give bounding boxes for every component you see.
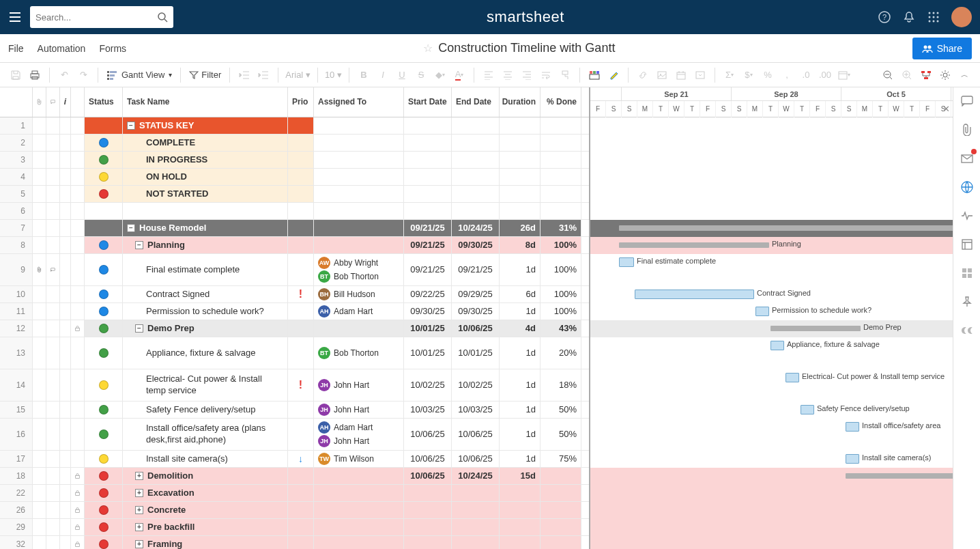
task-cell[interactable]: Safety Fence delivery/setup	[123, 402, 288, 418]
table-row[interactable]: 12−Demo Prep10/01/2510/06/254d43%	[0, 320, 589, 337]
table-row[interactable]: 8−Planning09/21/2509/30/258d100%	[0, 237, 589, 254]
table-row[interactable]: 22+Excavation	[0, 485, 589, 502]
gantt-bar[interactable]	[755, 307, 769, 316]
priority-cell[interactable]	[288, 203, 314, 219]
calendar-icon[interactable]	[672, 66, 690, 84]
gantt-row[interactable]	[590, 502, 953, 519]
row-number[interactable]: 8	[0, 237, 33, 253]
start-cell[interactable]	[404, 485, 452, 501]
done-cell[interactable]	[541, 169, 581, 185]
expand-toggle[interactable]: +	[135, 489, 143, 497]
table-row[interactable]: 16Install office/safety area (plans desk…	[0, 419, 589, 451]
status-cell[interactable]	[85, 152, 123, 168]
star-icon[interactable]: ☆	[423, 42, 433, 55]
align-right-icon[interactable]	[518, 66, 536, 84]
end-cell[interactable]: 10/06/25	[452, 320, 500, 337]
gantt-row[interactable]	[590, 203, 953, 220]
task-cell[interactable]: Electrical- Cut power & Install temp ser…	[123, 369, 288, 401]
align-center-icon[interactable]	[499, 66, 517, 84]
status-cell[interactable]	[85, 135, 123, 151]
end-cell[interactable]	[452, 152, 500, 168]
task-cell[interactable]: −Demo Prep	[123, 320, 288, 337]
gantt-row[interactable]: Appliance, fixture & salvage	[590, 337, 953, 369]
done-cell[interactable]	[541, 502, 581, 518]
table-row[interactable]: 32+Framing	[0, 536, 589, 549]
col-comment-icon[interactable]	[46, 87, 60, 117]
table-row[interactable]: 13Appliance, fixture & salvageBTBob Thor…	[0, 337, 589, 369]
col-duration[interactable]: Duration	[500, 87, 541, 117]
gantt-settings-icon[interactable]	[936, 66, 954, 84]
task-cell[interactable]: Install office/safety area (plans desk,f…	[123, 419, 288, 450]
table-row[interactable]: 7−House Remodel09/21/2510/24/2526d31%	[0, 220, 589, 237]
save-icon[interactable]	[7, 66, 25, 84]
status-cell[interactable]	[85, 320, 123, 337]
col-status[interactable]: Status	[85, 87, 123, 117]
table-row[interactable]: 6	[0, 203, 589, 220]
gantt-row[interactable]	[590, 152, 953, 169]
table-row[interactable]: 10Contract Signed!BHBill Hudson09/22/250…	[0, 286, 589, 303]
end-cell[interactable]: 10/24/25	[452, 220, 500, 236]
gantt-body[interactable]: PlanningFinal estimate completeContract …	[590, 117, 953, 549]
font-family-select[interactable]: Arial ▾	[281, 70, 315, 80]
task-cell[interactable]: IN PROGRESS	[123, 152, 288, 168]
gantt-bar[interactable]	[619, 225, 953, 231]
end-cell[interactable]: 10/06/25	[452, 451, 500, 467]
duration-cell[interactable]: 1d	[500, 369, 541, 401]
start-cell[interactable]: 10/06/25	[404, 419, 452, 450]
duration-cell[interactable]: 15d	[500, 468, 541, 484]
font-size-select[interactable]: 10 ▾	[321, 70, 346, 80]
task-cell[interactable]: COMPLETE	[123, 135, 288, 151]
duration-cell[interactable]	[500, 135, 541, 151]
menu-file[interactable]: File	[8, 43, 24, 54]
underline-icon[interactable]: U	[393, 66, 411, 84]
apps-icon[interactable]	[927, 10, 940, 24]
table-row[interactable]: 4ON HOLD	[0, 169, 589, 186]
row-number[interactable]: 4	[0, 169, 33, 185]
row-number[interactable]: 15	[0, 402, 33, 418]
status-cell[interactable]	[85, 303, 123, 320]
close-gantt-icon[interactable]: ✕	[942, 104, 950, 114]
done-cell[interactable]: 20%	[541, 337, 581, 369]
indent-icon[interactable]	[255, 66, 272, 84]
table-row[interactable]: 9Final estimate completeAWAbby WrightBTB…	[0, 254, 589, 286]
print-icon[interactable]	[26, 66, 44, 84]
start-cell[interactable]	[404, 169, 452, 185]
done-cell[interactable]: 100%	[541, 286, 581, 302]
strike-icon[interactable]: S	[412, 66, 430, 84]
table-row[interactable]: 17Install site camera(s)↓TWTim Wilson10/…	[0, 451, 589, 468]
status-cell[interactable]	[85, 117, 123, 134]
task-cell[interactable]: Contract Signed	[123, 286, 288, 302]
gantt-row[interactable]: Demo Prep	[590, 320, 953, 337]
done-cell[interactable]	[541, 117, 581, 134]
gantt-row[interactable]: Safety Fence delivery/setup	[590, 402, 953, 419]
gantt-bar[interactable]	[801, 405, 814, 414]
assigned-cell[interactable]	[314, 186, 404, 202]
image-icon[interactable]	[653, 66, 671, 84]
conversations-icon[interactable]	[960, 94, 974, 108]
table-row[interactable]: 18+Demolition10/06/2510/24/2515d	[0, 468, 589, 485]
task-cell[interactable]: +Demolition	[123, 468, 288, 484]
row-number[interactable]: 17	[0, 451, 33, 467]
publish-icon[interactable]	[960, 180, 974, 194]
duration-cell[interactable]: 8d	[500, 237, 541, 253]
priority-cell[interactable]	[288, 152, 314, 168]
redo-icon[interactable]: ↷	[74, 66, 92, 84]
row-number[interactable]: 14	[0, 369, 33, 401]
gantt-row[interactable]	[590, 117, 953, 135]
priority-cell[interactable]	[288, 485, 314, 501]
priority-cell[interactable]	[288, 117, 314, 134]
dropdown-icon[interactable]	[691, 66, 709, 84]
start-cell[interactable]	[404, 502, 452, 518]
table-row[interactable]: 3IN PROGRESS	[0, 152, 589, 169]
format-painter-icon[interactable]	[556, 66, 574, 84]
status-cell[interactable]	[85, 237, 123, 253]
table-row[interactable]: 2COMPLETE	[0, 135, 589, 152]
status-cell[interactable]	[85, 402, 123, 418]
end-cell[interactable]: 09/30/25	[452, 237, 500, 253]
task-cell[interactable]: +Framing	[123, 536, 288, 549]
status-cell[interactable]	[85, 220, 123, 236]
end-cell[interactable]: 10/01/25	[452, 337, 500, 369]
duration-cell[interactable]: 1d	[500, 402, 541, 418]
gantt-bar[interactable]	[635, 290, 754, 299]
pin-icon[interactable]	[960, 295, 974, 309]
